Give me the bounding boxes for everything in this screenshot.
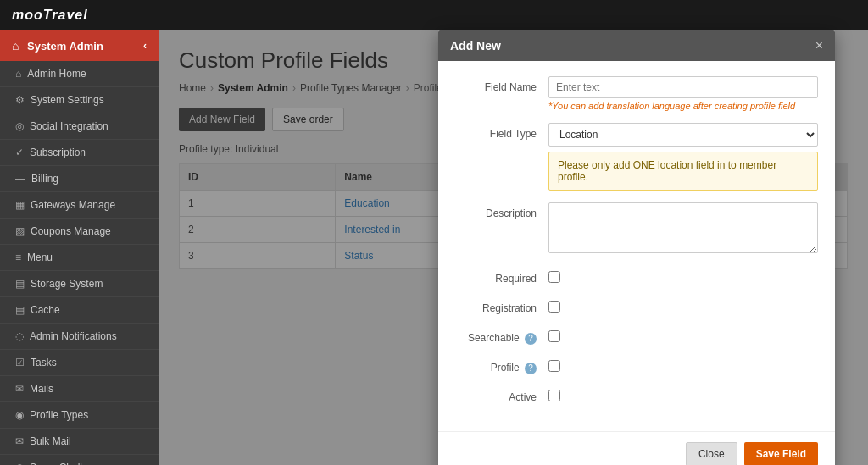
- active-checkbox[interactable]: [548, 390, 560, 401]
- check-icon: ✓: [15, 147, 24, 158]
- bulk-mail-icon: ✉: [15, 435, 24, 447]
- home-small-icon: ⌂: [15, 68, 21, 80]
- sidebar-item-label: Storage System: [31, 278, 103, 290]
- modal-title: Add New: [450, 39, 501, 53]
- sidebar-item-subscription[interactable]: ✓ Subscription: [0, 140, 159, 166]
- sidebar-item-label: Profile Types: [30, 409, 88, 421]
- field-name-row: Field Name *You can add translation lang…: [455, 76, 818, 111]
- active-label: Active: [455, 386, 548, 403]
- description-row: Description: [455, 202, 818, 256]
- required-row: Required: [455, 268, 818, 285]
- sidebar-item-label: Gateways Manage: [31, 199, 115, 211]
- sidebar-item-label: Admin Home: [27, 68, 86, 80]
- sidebar-header-label: System Admin: [27, 40, 103, 53]
- sidebar-item-bulk-mail[interactable]: ✉ Bulk Mail: [0, 429, 159, 455]
- field-name-hint: *You can add translation language after …: [548, 101, 818, 111]
- social-icon: ◎: [15, 120, 24, 132]
- field-type-label: Field Type: [455, 123, 548, 140]
- field-name-input[interactable]: [548, 76, 818, 98]
- description-wrap: [548, 202, 818, 256]
- registration-row: Registration: [455, 297, 818, 315]
- description-textarea[interactable]: [548, 202, 818, 253]
- profile-label: Profile ?: [455, 357, 548, 374]
- field-name-label: Field Name: [455, 76, 548, 93]
- close-button[interactable]: Close: [686, 442, 737, 465]
- sidebar-item-label: Tasks: [31, 357, 57, 368]
- description-label: Description: [455, 202, 548, 219]
- registration-label: Registration: [455, 297, 548, 314]
- searchable-row: Searchable ?: [455, 327, 818, 345]
- required-wrap: [548, 268, 818, 285]
- logo: mooTravel: [12, 8, 88, 23]
- sidebar-item-billing[interactable]: — Billing: [0, 166, 159, 192]
- field-name-wrap: *You can add translation language after …: [548, 76, 818, 111]
- profile-help-icon[interactable]: ?: [525, 363, 537, 374]
- sidebar: ⌂ System Admin ‹ ⌂ Admin Home ⚙ System S…: [0, 30, 159, 465]
- add-new-modal: Add New × Field Name *You can add transl…: [438, 30, 835, 465]
- tasks-icon: ☑: [15, 357, 25, 368]
- settings-icon: ⚙: [15, 94, 25, 106]
- sidebar-item-label: Coupons Manage: [31, 225, 111, 237]
- sidebar-item-mails[interactable]: ✉ Mails: [0, 376, 159, 402]
- registration-wrap: [548, 297, 818, 315]
- sidebar-item-menu[interactable]: ≡ Menu: [0, 245, 159, 271]
- sidebar-item-label: Subscription: [30, 147, 86, 158]
- sidebar-item-admin-notifications[interactable]: ◌ Admin Notifications: [0, 324, 159, 350]
- modal-header: Add New ×: [438, 30, 835, 61]
- sidebar-item-storage-system[interactable]: ▤ Storage System: [0, 271, 159, 297]
- field-type-wrap: Location Text Textarea Select Multiselec…: [548, 123, 818, 191]
- modal-footer: Close Save Field: [438, 431, 835, 465]
- location-warning: Please only add ONE location field in to…: [548, 152, 818, 191]
- sidebar-item-label: Social Integration: [30, 120, 108, 132]
- active-wrap: [548, 386, 818, 404]
- sidebar-item-coupons-manage[interactable]: ▨ Coupons Manage: [0, 219, 159, 245]
- sidebar-item-system-settings[interactable]: ⚙ System Settings: [0, 87, 159, 113]
- spam-icon: ◎: [15, 462, 24, 465]
- field-type-select[interactable]: Location Text Textarea Select Multiselec…: [548, 123, 818, 147]
- field-type-row: Field Type Location Text Textarea Select…: [455, 123, 818, 191]
- profile-wrap: [548, 357, 818, 374]
- menu-icon: ≡: [15, 252, 21, 263]
- sidebar-item-label: Billing: [31, 173, 58, 185]
- topbar: mooTravel: [0, 0, 868, 30]
- mail-icon: ✉: [15, 383, 24, 395]
- notification-icon: ◌: [15, 330, 24, 342]
- required-checkbox[interactable]: [548, 271, 560, 283]
- cache-icon: ▤: [15, 304, 25, 316]
- sidebar-item-admin-home[interactable]: ⌂ Admin Home: [0, 61, 159, 87]
- sidebar-item-social-integration[interactable]: ◎ Social Integration: [0, 113, 159, 140]
- chevron-left-icon: ‹: [143, 40, 147, 52]
- sidebar-item-label: System Settings: [31, 94, 104, 106]
- searchable-label: Searchable ?: [455, 327, 548, 345]
- required-label: Required: [455, 268, 548, 285]
- sidebar-item-label: Menu: [27, 252, 53, 263]
- sidebar-header[interactable]: ⌂ System Admin ‹: [0, 30, 159, 61]
- grid-icon: ▦: [15, 199, 25, 211]
- sidebar-item-tasks[interactable]: ☑ Tasks: [0, 350, 159, 376]
- sidebar-item-label: Cache: [31, 304, 60, 316]
- profile-checkbox[interactable]: [548, 360, 560, 372]
- searchable-help-icon[interactable]: ?: [525, 333, 537, 345]
- profile-row: Profile ?: [455, 357, 818, 374]
- home-icon: ⌂: [12, 39, 19, 53]
- storage-icon: ▤: [15, 278, 25, 290]
- sidebar-item-label: Admin Notifications: [30, 330, 117, 342]
- profile-icon: ◉: [15, 409, 24, 421]
- coupon-icon: ▨: [15, 225, 25, 237]
- modal-body: Field Name *You can add translation lang…: [438, 61, 835, 431]
- searchable-wrap: [548, 327, 818, 345]
- sidebar-item-label: Bulk Mail: [30, 435, 71, 447]
- dash-icon: —: [15, 173, 25, 185]
- active-row: Active: [455, 386, 818, 404]
- sidebar-item-spam-challenges[interactable]: ◎ Spam Challenges: [0, 455, 159, 465]
- modal-close-button[interactable]: ×: [815, 39, 823, 53]
- sidebar-item-cache[interactable]: ▤ Cache: [0, 297, 159, 324]
- sidebar-item-profile-types[interactable]: ◉ Profile Types: [0, 402, 159, 429]
- sidebar-item-label: Mails: [30, 383, 53, 395]
- save-field-button[interactable]: Save Field: [744, 442, 818, 465]
- registration-checkbox[interactable]: [548, 301, 560, 313]
- sidebar-item-gateways-manage[interactable]: ▦ Gateways Manage: [0, 192, 159, 219]
- searchable-checkbox[interactable]: [548, 330, 560, 342]
- sidebar-item-label: Spam Challenges: [30, 462, 110, 465]
